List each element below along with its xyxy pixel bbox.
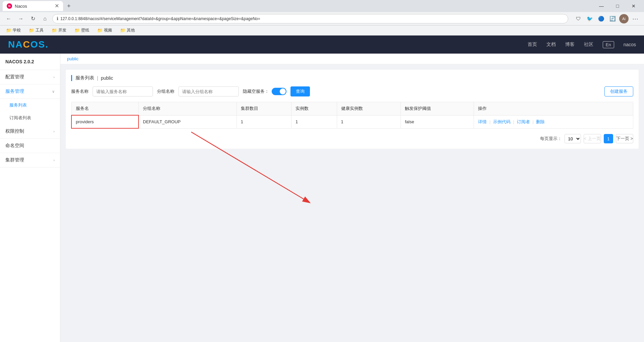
bookmark-school[interactable]: 📁 学校 xyxy=(4,27,23,34)
group-name-label: 分组名称 xyxy=(157,88,174,94)
sidebar-item-cluster-management[interactable]: 集群管理 › xyxy=(0,153,60,167)
service-table: 服务名 分组名称 集群数目 实例数 健康实例数 触发保护阈值 操作 xyxy=(71,102,633,129)
service-name-input[interactable] xyxy=(93,86,153,96)
nav-home[interactable]: 首页 xyxy=(528,42,537,48)
back-button[interactable]: ← xyxy=(4,14,13,23)
nav-blog[interactable]: 博客 xyxy=(565,42,575,48)
language-toggle[interactable]: En xyxy=(603,41,614,48)
table-header: 服务名 分组名称 集群数目 实例数 健康实例数 触发保护阈值 操作 xyxy=(71,102,633,116)
col-protection-threshold: 触发保护阈值 xyxy=(401,102,474,116)
col-cluster-count: 集群数目 xyxy=(236,102,291,116)
pagination-row: 每页显示： 10 20 50 < 上一页 1 下一页 > xyxy=(71,134,633,143)
action-sample-code[interactable]: 示例代码 xyxy=(493,119,511,124)
extension-icon-2[interactable]: 🐦 xyxy=(585,14,594,23)
folder-icon: 📁 xyxy=(74,28,80,33)
bookmark-video[interactable]: 📁 视频 xyxy=(95,27,114,34)
action-subscribers[interactable]: 订阅者 xyxy=(517,119,530,124)
namespace-bar: public xyxy=(60,54,644,64)
breadcrumb: 服务列表 | public xyxy=(71,75,633,81)
breadcrumb-page: 服务列表 xyxy=(75,75,94,81)
content-area: public 服务列表 | public 服务名称 分组名称 隐藏空服 xyxy=(60,54,644,342)
next-page-button[interactable]: 下一页 > xyxy=(616,134,633,143)
col-actions: 操作 xyxy=(474,102,633,116)
folder-icon: 📁 xyxy=(97,28,103,33)
more-options-button[interactable]: ⋯ xyxy=(631,14,640,23)
sidebar-item-subscriber-list[interactable]: 订阅者列表 xyxy=(0,112,60,124)
top-navigation: NACOS. 首页 文档 博客 社区 En nacos xyxy=(0,36,644,54)
toggle-thumb xyxy=(280,88,286,94)
user-avatar[interactable]: Ai xyxy=(619,14,629,23)
refresh-button[interactable]: ↻ xyxy=(28,14,38,23)
nav-community[interactable]: 社区 xyxy=(584,42,593,48)
per-page-label: 每页显示： xyxy=(540,136,562,142)
cell-actions: 详情 | 示例代码 | 订阅者 | 删除 xyxy=(474,115,633,128)
table-body: providers DEFAULT_GROUP 1 1 1 false 详情 |… xyxy=(71,115,633,128)
prev-page-button[interactable]: < 上一页 xyxy=(584,134,601,143)
namespace-tag[interactable]: public xyxy=(67,56,78,61)
extension-icon-4[interactable]: 🔄 xyxy=(608,14,617,23)
minimize-button[interactable]: — xyxy=(594,0,609,12)
content-panel: 服务列表 | public 服务名称 分组名称 隐藏空服务： xyxy=(66,70,639,149)
filter-row: 服务名称 分组名称 隐藏空服务： 查询 创建服务 xyxy=(71,86,633,96)
action-detail[interactable]: 详情 xyxy=(478,119,487,124)
sidebar-item-access-control[interactable]: 权限控制 › xyxy=(0,124,60,139)
sidebar-item-namespace[interactable]: 命名空间 xyxy=(0,139,60,153)
col-group-name: 分组名称 xyxy=(139,102,236,116)
cluster-management-label: 集群管理 xyxy=(5,157,24,163)
service-management-label: 服务管理 xyxy=(5,88,24,94)
cell-instance-count: 1 xyxy=(291,115,337,128)
nav-links: 首页 文档 博客 社区 En nacos xyxy=(528,41,636,48)
hide-empty-toggle-group: 隐藏空服务： xyxy=(243,88,286,95)
bookmark-label: 其他 xyxy=(127,27,135,33)
home-button[interactable]: ⌂ xyxy=(40,14,50,23)
group-name-input[interactable] xyxy=(178,86,239,96)
extension-icon-1[interactable]: 🛡 xyxy=(574,14,583,23)
bookmark-dev[interactable]: 📁 开发 xyxy=(50,27,68,34)
tab-close-btn[interactable]: ✕ xyxy=(55,3,59,9)
cell-healthy-instances: 1 xyxy=(337,115,401,128)
per-page-select[interactable]: 10 20 50 xyxy=(565,134,581,143)
main-layout: NACOS 2.0.2 配置管理 › 服务管理 ∨ 服务列表 订阅者列表 权限控… xyxy=(0,54,644,342)
cell-group-name: DEFAULT_GROUP xyxy=(139,115,236,128)
maximize-button[interactable]: □ xyxy=(610,0,625,12)
breadcrumb-divider: | xyxy=(97,75,98,81)
address-bar[interactable]: ℹ 127.0.0.1:8848/nacos/#/serviceManageme… xyxy=(52,14,568,23)
bookmark-tools[interactable]: 📁 工具 xyxy=(27,27,46,34)
bookmarks-bar: 📁 学校 📁 工具 📁 开发 📁 壁纸 📁 视频 📁 其他 xyxy=(0,25,644,36)
page-1-button[interactable]: 1 xyxy=(604,134,613,143)
app-logo: NACOS. xyxy=(8,39,49,50)
folder-icon: 📁 xyxy=(29,28,34,33)
action-delete[interactable]: 删除 xyxy=(536,119,545,124)
cell-protection-threshold: false xyxy=(401,115,474,128)
bookmark-other[interactable]: 📁 其他 xyxy=(118,27,137,34)
url-text: 127.0.0.1:8848/nacos/#/serviceManagement… xyxy=(60,16,564,21)
bookmark-label: 开发 xyxy=(58,27,66,33)
forward-button[interactable]: → xyxy=(16,14,25,23)
chevron-right-icon: › xyxy=(53,158,55,162)
query-button[interactable]: 查询 xyxy=(290,86,310,96)
hide-empty-toggle[interactable] xyxy=(272,88,286,95)
close-button[interactable]: ✕ xyxy=(626,0,641,12)
namespace-label: 命名空间 xyxy=(5,143,24,149)
sidebar-item-service-list[interactable]: 服务列表 xyxy=(0,99,60,112)
sidebar-version: NACOS 2.0.2 xyxy=(0,54,60,70)
tab-favicon: N xyxy=(7,3,12,9)
nav-docs[interactable]: 文档 xyxy=(546,42,556,48)
service-table-wrapper: 服务名 分组名称 集群数目 实例数 健康实例数 触发保护阈值 操作 xyxy=(71,102,633,129)
browser-toolbar: ← → ↻ ⌂ ℹ 127.0.0.1:8848/nacos/#/service… xyxy=(0,12,644,25)
extension-icon-3[interactable]: 🔵 xyxy=(596,14,606,23)
chevron-right-icon: › xyxy=(53,75,55,79)
active-tab[interactable]: N Nacos ✕ xyxy=(3,1,63,11)
create-service-button[interactable]: 创建服务 xyxy=(604,86,633,96)
sidebar-item-service-management[interactable]: 服务管理 ∨ xyxy=(0,84,60,99)
folder-icon: 📁 xyxy=(52,28,57,33)
sidebar: NACOS 2.0.2 配置管理 › 服务管理 ∨ 服务列表 订阅者列表 权限控… xyxy=(0,54,60,342)
hide-empty-label: 隐藏空服务： xyxy=(243,88,269,94)
sidebar-item-config-management[interactable]: 配置管理 › xyxy=(0,70,60,84)
bookmark-wallpaper[interactable]: 📁 壁纸 xyxy=(72,27,91,34)
chevron-down-icon: ∨ xyxy=(52,89,55,94)
cell-service-name: providers xyxy=(71,115,139,128)
user-display: nacos xyxy=(624,42,636,47)
col-service-name: 服务名 xyxy=(71,102,139,116)
new-tab-button[interactable]: + xyxy=(64,3,73,10)
